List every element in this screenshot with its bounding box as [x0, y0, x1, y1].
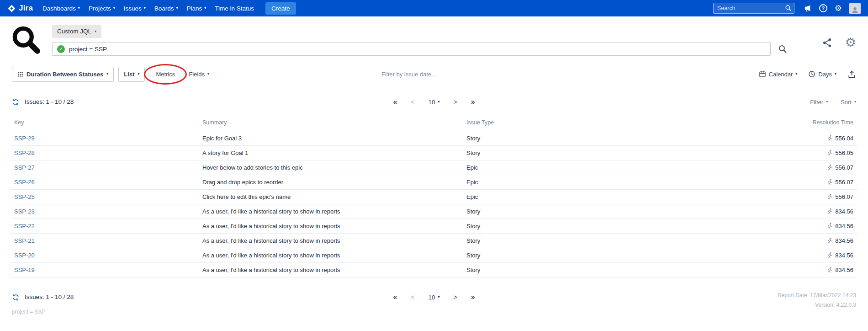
nav-item-boards[interactable]: Boards▾ — [154, 5, 178, 12]
issue-date-filter-input[interactable] — [381, 71, 487, 78]
previous-page-button[interactable]: < — [411, 98, 414, 106]
issue-key-link[interactable]: SSP-28 — [14, 149, 35, 156]
help-button[interactable]: ? — [819, 4, 827, 12]
issue-key-link[interactable]: SSP-29 — [14, 135, 35, 142]
issue-key-link[interactable]: SSP-21 — [14, 237, 35, 244]
user-avatar[interactable] — [849, 3, 861, 14]
issue-type-cell: Story — [463, 248, 721, 263]
table-row: SSP-22 As a user, I'd like a historical … — [11, 219, 857, 234]
nav-item-time-in-status[interactable]: Time in Status — [215, 5, 254, 12]
issues-table: Key Summary Issue Type Resolution Time S… — [11, 115, 857, 278]
nav-item-dashboards[interactable]: Dashboards▾ — [42, 5, 80, 12]
issue-key-link[interactable]: SSP-19 — [14, 267, 35, 273]
previous-page-button[interactable]: < — [411, 294, 414, 301]
run-query-button[interactable] — [778, 44, 787, 53]
issue-type-cell: Story — [463, 146, 721, 160]
issue-key-cell: SSP-27 — [11, 160, 199, 175]
jql-input[interactable]: ✓ project = SSP — [52, 42, 771, 56]
resolution-time-cell: 834.56 — [721, 219, 857, 234]
issue-key-link[interactable]: SSP-27 — [14, 164, 35, 171]
page-size-dropdown[interactable]: 10 ▾ — [428, 294, 439, 301]
metrics-button[interactable]: Metrics — [154, 68, 177, 80]
issue-key-cell: SSP-20 — [11, 248, 199, 263]
issue-summary-cell: Epic for Goal 3 — [199, 131, 463, 146]
calendar-icon — [759, 70, 766, 78]
megaphone-icon — [804, 4, 812, 12]
last-page-button[interactable]: » — [471, 98, 475, 106]
refresh-button[interactable] — [12, 293, 20, 301]
share-button[interactable] — [822, 37, 832, 48]
valid-query-check-icon: ✓ — [57, 45, 65, 53]
issue-key-link[interactable]: SSP-25 — [14, 193, 35, 200]
chevron-down-icon: ▾ — [176, 6, 178, 10]
jql-mode-dropdown[interactable]: Custom JQL ▾ — [52, 25, 101, 38]
pagination: « < 10 ▾ > » — [393, 98, 475, 106]
issues-count-label: Issues: 1 - 10 / 28 — [25, 98, 74, 105]
issue-type-cell: Epic — [463, 190, 721, 204]
search-icon — [778, 44, 787, 53]
chevron-down-icon: ▾ — [438, 100, 440, 104]
sort-dropdown[interactable]: Sort ▾ — [841, 99, 856, 106]
issue-summary-cell: As a user, I'd like a historical story t… — [199, 248, 463, 263]
global-search-input[interactable] — [713, 3, 794, 14]
issue-summary-cell: As a user, I'd like a historical story t… — [199, 204, 463, 219]
issue-summary-cell: As a user, I'd like a historical story t… — [199, 219, 463, 234]
issue-key-cell: SSP-23 — [11, 204, 199, 219]
chevron-down-icon: ▾ — [204, 6, 206, 10]
top-navigation: Jira Dashboards▾ Projects▾ Issues▾ Board… — [0, 0, 868, 16]
issue-key-cell: SSP-28 — [11, 146, 199, 160]
duration-runner-icon — [826, 193, 833, 200]
clock-icon — [808, 70, 815, 78]
refresh-icon — [12, 294, 20, 301]
calendar-dropdown[interactable]: Calendar ▾ — [759, 68, 798, 80]
refresh-button[interactable] — [12, 98, 20, 106]
table-row: SSP-23 As a user, I'd like a historical … — [11, 204, 857, 219]
admin-settings-button[interactable]: ⚙ — [835, 4, 842, 13]
issue-summary-cell: Drag and drop epics to reorder — [199, 175, 463, 190]
page-size-dropdown[interactable]: 10 ▾ — [428, 99, 439, 106]
next-page-button[interactable]: > — [454, 98, 457, 106]
resolution-time-cell: 834.56 — [721, 263, 857, 278]
report-toolbar: Duration Between Statuses ▾ List ▾ Metri… — [0, 65, 868, 83]
nav-item-projects[interactable]: Projects▾ — [89, 5, 115, 12]
gear-icon: ⚙ — [845, 36, 856, 49]
nav-item-issues[interactable]: Issues▾ — [124, 5, 146, 12]
report-settings-button[interactable]: ⚙ — [845, 37, 856, 49]
issue-key-cell: SSP-22 — [11, 219, 199, 234]
report-info: Report Date: 17/Mar/2022 14:23 Version: … — [778, 291, 856, 310]
duration-runner-icon — [826, 208, 833, 214]
view-mode-dropdown[interactable]: List ▾ — [118, 67, 145, 82]
duration-runner-icon — [826, 179, 833, 185]
time-unit-dropdown[interactable]: Days ▾ — [808, 68, 836, 80]
report-type-dropdown[interactable]: Duration Between Statuses ▾ — [12, 67, 114, 82]
jql-query-text: project = SSP — [69, 46, 107, 53]
issue-summary-cell: Hover below to add stories to this epic — [199, 160, 463, 175]
filter-dropdown[interactable]: Filter ▾ — [810, 99, 828, 106]
first-page-button[interactable]: « — [393, 293, 397, 301]
chevron-down-icon: ▾ — [438, 295, 440, 299]
issue-key-link[interactable]: SSP-23 — [14, 208, 35, 215]
next-page-button[interactable]: > — [454, 294, 457, 301]
chevron-down-icon: ▾ — [144, 6, 146, 10]
issue-key-cell: SSP-25 — [11, 190, 199, 204]
gear-icon: ⚙ — [835, 4, 842, 13]
export-button[interactable] — [847, 69, 856, 78]
nav-item-plans[interactable]: Plans▾ — [187, 5, 206, 12]
jira-mark-icon — [7, 4, 16, 13]
issue-key-link[interactable]: SSP-20 — [14, 252, 35, 259]
jira-logo[interactable]: Jira — [7, 4, 33, 13]
share-icon — [822, 37, 832, 48]
create-button[interactable]: Create — [265, 2, 296, 15]
issue-key-link[interactable]: SSP-22 — [14, 223, 35, 230]
issue-key-link[interactable]: SSP-26 — [14, 179, 35, 186]
chevron-down-icon: ▾ — [795, 72, 797, 76]
last-page-button[interactable]: » — [471, 293, 475, 301]
search-icon — [785, 5, 792, 11]
feedback-megaphone-button[interactable] — [804, 4, 812, 13]
table-row: SSP-27 Hover below to add stories to thi… — [11, 160, 857, 175]
first-page-button[interactable]: « — [393, 98, 397, 106]
fields-dropdown[interactable]: Fields ▾ — [187, 68, 211, 80]
issue-key-cell: SSP-21 — [11, 234, 199, 248]
chevron-down-icon: ▾ — [113, 6, 115, 10]
chevron-down-icon: ▾ — [207, 72, 209, 76]
